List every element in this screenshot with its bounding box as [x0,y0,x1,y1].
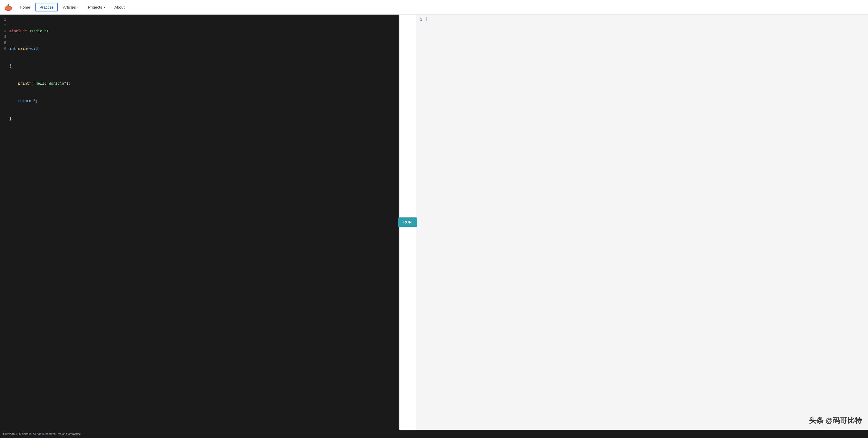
output-content [426,17,427,428]
output-line-number-1: 1 [420,17,422,22]
line-number-2: 2 [4,22,6,28]
navbar: Home Practise Articles ▾ Projects ▾ Abou… [0,0,868,14]
footer-copyright: Copyright © Melonc.io. All rights reserv… [3,432,57,435]
output-cursor [426,17,427,21]
nav-practise[interactable]: Practise [35,3,58,11]
nav-about[interactable]: About [110,3,129,11]
code-editor: 1 2 3 4 5 6 #include <stdio.h> int main(… [0,14,399,430]
run-button[interactable]: RUN [398,217,417,227]
nav-articles[interactable]: Articles ▾ [59,3,83,11]
code-line-6: } [9,116,395,122]
run-button-area: RUN [399,14,416,430]
output-area[interactable]: 1 [416,14,868,430]
footer-link[interactable]: melonc.io/practise [58,432,81,435]
output-line-numbers: 1 [416,17,426,428]
line-number-4: 4 [4,34,6,40]
code-line-5: return 0; [9,98,395,104]
code-line-3: { [9,63,395,69]
svg-point-1 [5,6,11,10]
output-pane: 1 [416,14,868,430]
articles-chevron-icon: ▾ [77,6,79,8]
projects-chevron-icon: ▾ [104,6,105,8]
code-line-2: int main(void) [9,46,395,52]
code-content[interactable]: #include <stdio.h> int main(void) { prin… [9,17,399,428]
nav-projects[interactable]: Projects ▾ [84,3,109,11]
code-line-1: #include <stdio.h> [9,28,395,34]
main-area: 1 2 3 4 5 6 #include <stdio.h> int main(… [0,14,868,430]
footer: Copyright © Melonc.io. All rights reserv… [0,430,868,438]
code-area[interactable]: 1 2 3 4 5 6 #include <stdio.h> int main(… [0,14,399,430]
line-number-5: 5 [4,40,6,46]
logo [4,3,12,11]
nav-home[interactable]: Home [16,3,34,11]
line-number-6: 6 [4,46,6,52]
line-numbers: 1 2 3 4 5 6 [0,17,9,428]
code-line-4: printf("Hello World\n"); [9,81,395,86]
line-number-1: 1 [4,17,6,22]
line-number-3: 3 [4,28,6,34]
